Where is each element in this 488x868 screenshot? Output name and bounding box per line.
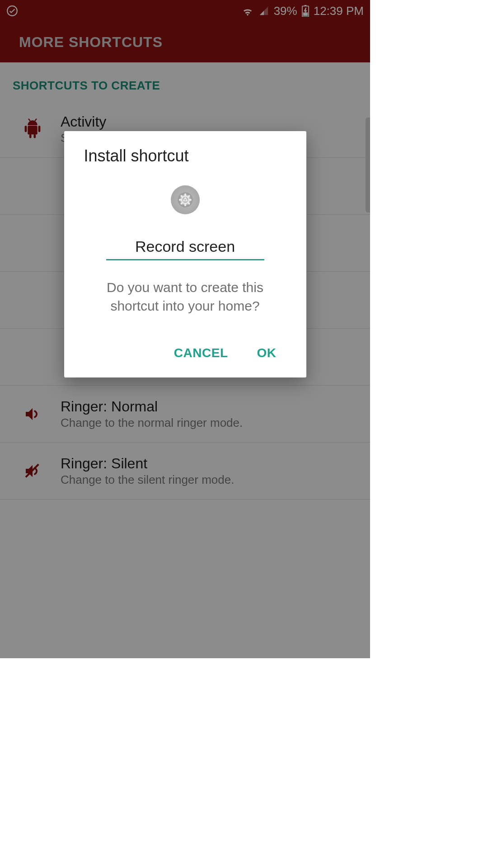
dialog-message: Do you want to create this shortcut into… <box>86 278 285 315</box>
dialog-actions: CANCEL OK <box>84 342 286 368</box>
svg-point-26 <box>184 199 186 201</box>
shortcut-name-input[interactable] <box>106 235 264 260</box>
svg-rect-19 <box>189 199 191 201</box>
modal-scrim[interactable]: Install shortcut <box>0 0 370 658</box>
cancel-button[interactable]: CANCEL <box>171 342 231 364</box>
screen: 39% 12:39 PM MORE SHORTCUTS SHORTCUTS TO… <box>0 0 370 658</box>
svg-rect-17 <box>184 204 186 206</box>
dialog-title: Install shortcut <box>84 146 286 165</box>
ok-button[interactable]: OK <box>254 342 279 364</box>
install-shortcut-dialog: Install shortcut <box>64 131 306 377</box>
svg-rect-16 <box>184 193 186 196</box>
dialog-input-wrap <box>84 235 286 260</box>
gear-icon <box>171 185 200 214</box>
dialog-icon-wrap <box>84 185 286 214</box>
svg-rect-18 <box>179 199 181 201</box>
